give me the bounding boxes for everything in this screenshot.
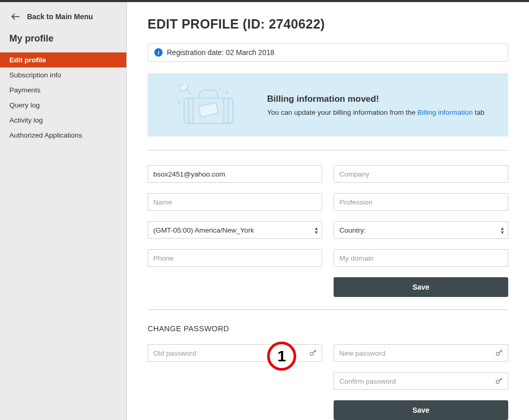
info-icon: i bbox=[154, 48, 163, 57]
profile-form: (GMT-05:00) America/New_York ▴▾ Country:… bbox=[148, 165, 508, 297]
phone-field[interactable] bbox=[148, 249, 322, 267]
sidebar-item-query-log[interactable]: Query log bbox=[0, 98, 126, 113]
svg-rect-2 bbox=[224, 98, 229, 124]
email-field[interactable] bbox=[148, 165, 322, 183]
sidebar-item-authorized-applications[interactable]: Authorized Applications bbox=[0, 128, 126, 143]
registration-banner: i Registration date: 02 March 2018 bbox=[148, 43, 508, 62]
country-select[interactable]: Country: bbox=[334, 221, 508, 239]
sidebar-heading: My profile bbox=[0, 28, 126, 52]
section-divider bbox=[148, 150, 508, 151]
save-password-button[interactable]: Save bbox=[334, 400, 508, 420]
svg-point-6 bbox=[310, 353, 313, 356]
sidebar-nav: Edit profile Subscription info Payments … bbox=[0, 52, 126, 143]
billing-moved-notice: Billing information moved! You can updat… bbox=[148, 73, 508, 137]
billing-moved-text: You can update your billing information … bbox=[267, 109, 484, 116]
sidebar-item-payments[interactable]: Payments bbox=[0, 83, 126, 98]
sidebar-item-activity-log[interactable]: Activity log bbox=[0, 113, 126, 128]
suitcase-illustration-icon bbox=[161, 85, 249, 125]
registration-date-text: Registration date: 02 March 2018 bbox=[167, 48, 274, 57]
page-title: EDIT PROFILE (ID: 2740622) bbox=[148, 17, 508, 32]
sidebar: Back to Main Menu My profile Edit profil… bbox=[0, 2, 127, 420]
sidebar-item-edit-profile[interactable]: Edit profile bbox=[0, 52, 126, 67]
svg-rect-1 bbox=[189, 98, 193, 124]
billing-information-link[interactable]: Billing information bbox=[417, 109, 473, 116]
confirm-password-field[interactable] bbox=[334, 372, 508, 390]
timezone-select[interactable]: (GMT-05:00) America/New_York bbox=[148, 221, 322, 239]
old-password-field[interactable] bbox=[148, 344, 322, 362]
back-to-main-menu[interactable]: Back to Main Menu bbox=[0, 8, 126, 28]
main-content: EDIT PROFILE (ID: 2740622) i Registratio… bbox=[127, 2, 529, 420]
sidebar-item-subscription-info[interactable]: Subscription info bbox=[0, 67, 126, 83]
billing-moved-title: Billing information moved! bbox=[267, 94, 484, 104]
key-icon bbox=[495, 376, 504, 386]
new-password-field[interactable] bbox=[334, 344, 508, 362]
password-form: Save bbox=[148, 344, 508, 420]
back-label: Back to Main Menu bbox=[27, 12, 93, 21]
name-field[interactable] bbox=[148, 193, 322, 211]
save-profile-button[interactable]: Save bbox=[334, 277, 508, 297]
key-icon bbox=[309, 348, 318, 358]
svg-point-8 bbox=[496, 381, 499, 384]
arrow-left-icon bbox=[11, 13, 20, 20]
svg-point-5 bbox=[219, 88, 221, 90]
key-icon bbox=[495, 348, 504, 358]
change-password-heading: CHANGE PASSWORD bbox=[148, 324, 508, 333]
domain-field[interactable] bbox=[334, 249, 508, 267]
company-field[interactable] bbox=[334, 165, 508, 183]
section-divider bbox=[148, 309, 508, 310]
profession-field[interactable] bbox=[334, 193, 508, 211]
svg-point-7 bbox=[496, 353, 499, 356]
